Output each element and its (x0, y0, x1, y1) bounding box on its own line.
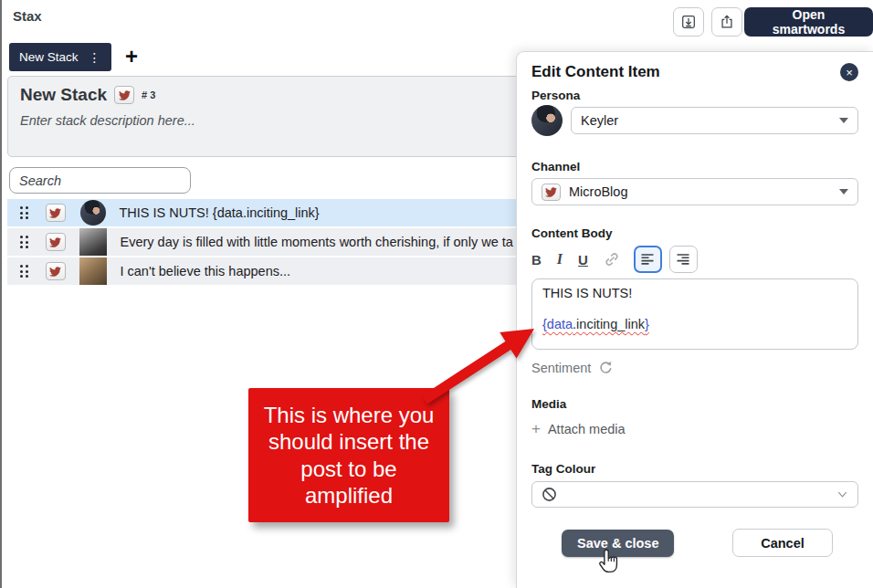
avatar (79, 257, 107, 285)
twitter-bird-icon (49, 266, 61, 278)
twitter-bird-icon (49, 236, 61, 248)
plus-icon: + (531, 420, 541, 438)
channel-select[interactable]: MicroBlog (531, 178, 858, 205)
body-line-2: {data.inciting_link} (542, 317, 847, 331)
window-edge (0, 0, 2, 588)
tag-colour-select[interactable] (531, 481, 858, 508)
token-prefix: {data (542, 317, 573, 331)
chain-icon (604, 251, 620, 268)
drag-handle-icon[interactable] (20, 265, 28, 278)
no-colour-icon (542, 487, 557, 502)
align-right-icon (676, 252, 690, 267)
twitter-icon (114, 86, 134, 104)
avatar (80, 200, 106, 226)
channel-label: Channel (531, 160, 858, 173)
twitter-icon (46, 204, 66, 222)
content-body-label: Content Body (531, 226, 858, 240)
channel-value: MicroBlog (569, 184, 839, 199)
list-item-text: THIS IS NUTS! {data.inciting_link} (120, 205, 320, 220)
italic-button[interactable]: I (557, 251, 563, 268)
token-suffix: } (645, 317, 649, 331)
box-arrow-up-icon (719, 14, 735, 30)
align-right-button[interactable] (669, 246, 698, 273)
twitter-icon (542, 184, 561, 201)
avatar (79, 228, 107, 256)
search-input[interactable] (9, 167, 191, 194)
drag-handle-icon[interactable] (20, 236, 28, 248)
edit-content-panel: Edit Content Item × Persona Keyler Chann… (516, 51, 873, 588)
stack-count: # 3 (142, 89, 155, 100)
persona-select[interactable]: Keyler (571, 107, 858, 134)
new-stack-tab-label: New Stack (19, 50, 79, 64)
content-body-editor[interactable]: THIS IS NUTS! {data.inciting_link} (531, 278, 858, 350)
chevron-down-icon (839, 118, 848, 123)
bold-button[interactable]: B (531, 252, 542, 268)
twitter-bird-icon (119, 89, 131, 101)
kebab-menu-icon[interactable]: ⋮ (89, 50, 101, 65)
sentiment-label: Sentiment (531, 361, 591, 375)
box-arrow-down-icon (680, 14, 697, 30)
token-body: .inciting_link (573, 317, 645, 331)
twitter-icon (46, 233, 66, 251)
persona-value: Keyler (581, 113, 839, 128)
save-close-button[interactable]: Save & close (562, 530, 674, 557)
persona-avatar (531, 105, 563, 136)
drag-handle-icon[interactable] (20, 206, 28, 219)
twitter-bird-icon (545, 186, 557, 198)
chevron-down-icon (839, 189, 848, 194)
new-stack-tab[interactable]: New Stack ⋮ (9, 43, 111, 71)
attach-media-button[interactable]: + Attach media (531, 420, 626, 438)
share-icon[interactable] (711, 7, 742, 37)
persona-label: Persona (531, 89, 858, 102)
annotation-text: This is where you should insert the post… (254, 402, 444, 509)
list-item-text: I can't believe this happens... (121, 264, 291, 278)
format-toolbar: B I U (531, 246, 858, 273)
add-stack-button[interactable]: + (117, 42, 146, 71)
twitter-bird-icon (49, 207, 61, 219)
link-icon[interactable] (604, 251, 620, 268)
close-icon[interactable]: × (840, 63, 858, 81)
underline-button[interactable]: U (578, 252, 588, 268)
body-line-1: THIS IS NUTS! (542, 286, 847, 300)
align-left-icon (640, 252, 655, 267)
tag-colour-label: Tag Colour (531, 462, 858, 476)
annotation-callout: This is where you should insert the post… (248, 388, 449, 522)
refresh-icon[interactable] (598, 361, 613, 375)
chevron-down-icon (836, 488, 848, 500)
attach-media-label: Attach media (548, 422, 626, 436)
media-label: Media (531, 397, 858, 411)
page-title: Stax (13, 8, 42, 24)
cancel-button[interactable]: Cancel (732, 529, 833, 557)
panel-title: Edit Content Item (531, 63, 660, 81)
align-left-button[interactable] (634, 246, 662, 273)
list-item-text: Every day is filled with little moments … (121, 235, 513, 249)
open-smartwords-button[interactable]: Open smartwords (744, 7, 873, 37)
download-icon[interactable] (673, 7, 704, 37)
twitter-icon (46, 262, 66, 280)
stack-title: New Stack (20, 85, 107, 105)
